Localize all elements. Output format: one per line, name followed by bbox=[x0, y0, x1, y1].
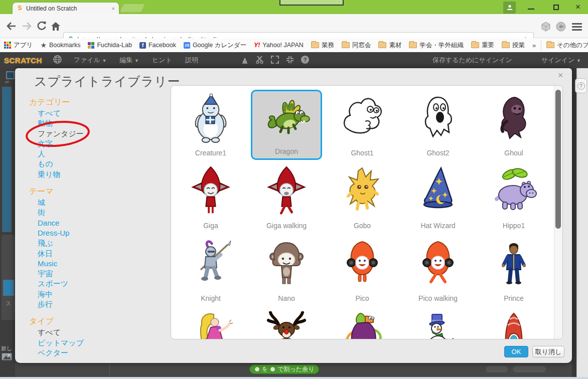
block-help-icon[interactable]: ? bbox=[301, 55, 310, 66]
sprite-item-partial[interactable] bbox=[251, 308, 322, 339]
sprite-item-Ghost2[interactable]: Ghost2 bbox=[402, 90, 474, 160]
sprite-item-Prince[interactable]: Prince bbox=[478, 235, 549, 305]
category-sidebar: カテゴリーすべて動物ファンタジー文字人もの乗り物テーマ城街DanceDress-… bbox=[29, 96, 162, 358]
forward-icon[interactable] bbox=[20, 20, 33, 33]
sprite-item-Giga walking[interactable]: Giga walking bbox=[251, 162, 322, 233]
sidebar-item-歩行[interactable]: 歩行 bbox=[29, 299, 162, 309]
back-icon[interactable] bbox=[5, 20, 18, 33]
reload-icon[interactable] bbox=[35, 20, 48, 33]
other-bookmarks-button[interactable]: その他のブックマーク bbox=[546, 41, 588, 50]
extension-cube-icon[interactable] bbox=[540, 21, 551, 34]
menu-編集[interactable]: 編集 ▼ bbox=[119, 56, 139, 65]
bookmark-item[interactable]: 素材 bbox=[378, 41, 401, 50]
sidebar-item-Dress-Up[interactable]: Dress-Up bbox=[29, 228, 162, 238]
bookmark-item[interactable]: 25Google カレンダー bbox=[184, 41, 246, 50]
svg-text:?: ? bbox=[304, 57, 307, 63]
sidebar-item-飛ぶ[interactable]: 飛ぶ bbox=[29, 238, 162, 248]
help-tab-button[interactable]: ? bbox=[575, 78, 587, 93]
mosaic-favicon-icon bbox=[88, 42, 94, 49]
stage-icon-fragment bbox=[6, 71, 15, 79]
sidebar-item-すべて[interactable]: すべて bbox=[29, 327, 162, 337]
new-sprite-label-fragment: 新し bbox=[1, 345, 12, 352]
sidebar-item-Dance[interactable]: Dance bbox=[29, 218, 162, 228]
sprite-label: Nano bbox=[251, 294, 322, 302]
sprite-item-partial[interactable] bbox=[327, 308, 398, 339]
sidebar-item-Music[interactable]: Music bbox=[29, 259, 162, 269]
signin-menu[interactable]: サインイン ▼ bbox=[541, 56, 581, 65]
tab-close-icon[interactable]: × bbox=[112, 6, 115, 12]
sidebar-item-ビットマップ[interactable]: ビットマップ bbox=[29, 338, 162, 348]
sprite-item-Ghost1[interactable]: Ghost1 bbox=[327, 90, 398, 160]
sidebar-item-街[interactable]: 街 bbox=[29, 208, 162, 218]
sprite-item-Hippo1[interactable]: Hippo1 bbox=[478, 162, 549, 233]
sprite-item-Nano[interactable]: Nano bbox=[251, 235, 322, 305]
menu-ヒント[interactable]: ヒント bbox=[152, 56, 172, 65]
profile-icon[interactable] bbox=[503, 2, 516, 14]
sidebar-item-休日[interactable]: 休日 bbox=[29, 249, 162, 259]
menu-説明[interactable]: 説明 bbox=[185, 56, 198, 65]
sprite-item-partial[interactable] bbox=[478, 308, 549, 339]
sprite-item-Ghoul[interactable]: Ghoul bbox=[478, 90, 549, 160]
menu-ファイル[interactable]: ファイル ▼ bbox=[74, 56, 107, 65]
sidebar-item-スポーツ[interactable]: スポーツ bbox=[29, 279, 162, 289]
sidebar-item-ファンタジー[interactable]: ファンタジー bbox=[29, 129, 162, 139]
sprite-item-Knight[interactable]: Knight bbox=[175, 235, 246, 305]
bookmark-item[interactable]: fFacebook bbox=[139, 42, 176, 49]
extension-circle-icon[interactable] bbox=[555, 21, 566, 34]
sprite-item-Gobo[interactable]: Gobo bbox=[327, 162, 398, 233]
bookmark-item[interactable]: Y!Yahoo! JAPAN bbox=[254, 42, 304, 49]
language-globe-icon[interactable] bbox=[53, 55, 62, 65]
sidebar-item-すべて[interactable]: すべて bbox=[29, 108, 162, 118]
bookmark-item[interactable]: ★Bookmarks bbox=[40, 41, 80, 49]
sidebar-item-動物[interactable]: 動物 bbox=[29, 118, 162, 128]
sidebar-item-乗り物[interactable]: 乗り物 bbox=[29, 169, 162, 179]
bookmark-item[interactable]: 業務 bbox=[311, 41, 334, 50]
sprite-item-Giga[interactable]: Giga bbox=[175, 162, 246, 233]
grow-icon[interactable] bbox=[270, 55, 279, 66]
sprite-item-partial[interactable] bbox=[175, 308, 246, 339]
sprite-library-dialog: スプライトライブラリー × カテゴリーすべて動物ファンタジー文字人もの乗り物テー… bbox=[15, 68, 572, 363]
chrome-menu-icon[interactable] bbox=[572, 23, 582, 32]
sidebar-item-宇宙[interactable]: 宇宙 bbox=[29, 269, 162, 279]
scrollbar-track[interactable] bbox=[554, 86, 562, 339]
sidebar-item-城[interactable]: 城 bbox=[29, 198, 162, 208]
window-close-button[interactable]: × bbox=[568, 0, 588, 14]
scratch-logo[interactable]: SCRATCH bbox=[4, 56, 42, 65]
bookmarks-overflow-icon[interactable]: » bbox=[532, 42, 536, 49]
signin-to-save-link[interactable]: 保存するためにサインイン bbox=[432, 56, 512, 65]
giga-sprite-image bbox=[185, 164, 237, 216]
folder-icon bbox=[378, 42, 386, 48]
question-icon: ? bbox=[577, 82, 585, 90]
sidebar-item-海中[interactable]: 海中 bbox=[29, 289, 162, 299]
sprite-item-Pico[interactable]: Pico bbox=[327, 235, 398, 305]
hippo1-sprite-image bbox=[488, 164, 540, 216]
sidebar-item-人[interactable]: 人 bbox=[29, 149, 162, 159]
sprite-item-Creature1[interactable]: Creature1 bbox=[175, 90, 246, 160]
bookmark-item[interactable]: 授業 bbox=[502, 41, 525, 50]
bookmark-item[interactable]: アプリ bbox=[4, 41, 33, 50]
scrollbar-thumb[interactable] bbox=[555, 90, 561, 229]
browser-tab[interactable]: S Untitled on Scratch × bbox=[13, 3, 119, 14]
new-tab-button[interactable] bbox=[120, 4, 144, 12]
sidebar-item-もの[interactable]: もの bbox=[29, 159, 162, 169]
delete-icon[interactable] bbox=[255, 55, 264, 66]
bookmark-item[interactable]: 重要 bbox=[471, 41, 494, 50]
sidebar-item-ベクター[interactable]: ベクター bbox=[29, 348, 162, 358]
sprite-label: Pico bbox=[327, 294, 398, 302]
sidebar-item-文字[interactable]: 文字 bbox=[29, 139, 162, 149]
shrink-icon[interactable] bbox=[285, 55, 295, 66]
sprite-item-Hat Wizard[interactable]: Hat Wizard bbox=[402, 162, 474, 233]
sprite-item-partial[interactable] bbox=[402, 308, 474, 339]
bookmark-item[interactable]: 同窓会 bbox=[342, 41, 371, 50]
bookmark-item[interactable]: Fuchida-Lab bbox=[88, 42, 132, 49]
duplicate-icon[interactable] bbox=[240, 55, 249, 66]
dialog-close-icon[interactable]: × bbox=[558, 70, 563, 81]
cancel-button[interactable]: 取り消し bbox=[532, 346, 564, 357]
minimize-button[interactable] bbox=[521, 0, 541, 14]
bookmark-item[interactable]: 学会・学外組織 bbox=[409, 41, 464, 50]
sprite-item-Pico walking[interactable]: Pico walking bbox=[402, 235, 474, 305]
home-icon[interactable] bbox=[49, 20, 62, 33]
maximize-button[interactable] bbox=[546, 0, 566, 14]
ok-button[interactable]: OK bbox=[504, 346, 528, 357]
sprite-item-Dragon[interactable]: Dragon bbox=[251, 90, 322, 160]
